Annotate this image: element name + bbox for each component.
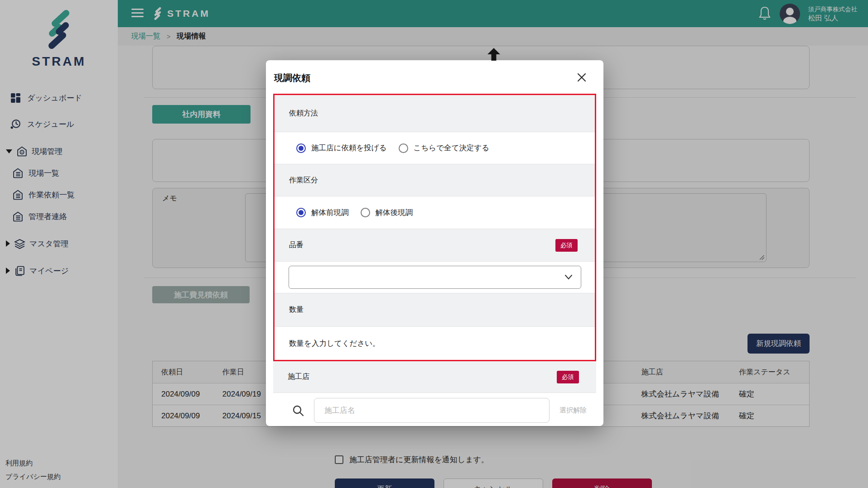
chevron-down-icon bbox=[564, 274, 573, 280]
required-badge: 必須 bbox=[557, 371, 579, 383]
section-work-category-options: 解体前現調 解体後現調 bbox=[275, 196, 595, 229]
up-arrow-cursor-icon bbox=[487, 48, 501, 61]
modal-title: 現調依頼 bbox=[274, 72, 310, 84]
search-icon bbox=[292, 405, 304, 416]
radio-label: 施工店に依頼を投げる bbox=[311, 143, 387, 153]
survey-request-modal: 現調依頼 依頼方法 施工店に依頼を投げる こちらで全て決定する bbox=[266, 60, 603, 426]
radio-unselected-icon bbox=[361, 208, 370, 217]
section-contractor-header: 施工店 必須 bbox=[273, 361, 596, 393]
section-work-category-header: 作業区分 bbox=[275, 164, 595, 196]
modal-header: 現調依頼 bbox=[266, 60, 603, 94]
radio-label: こちらで全て決定する bbox=[414, 143, 490, 153]
section-request-method-header: 依頼方法 bbox=[275, 95, 595, 132]
radio-pre-demolition-survey[interactable]: 解体前現調 bbox=[296, 208, 349, 218]
section-label: 作業区分 bbox=[289, 176, 318, 185]
radio-selected-icon bbox=[296, 208, 306, 217]
section-label: 品番 bbox=[289, 240, 304, 250]
radio-post-demolition-survey[interactable]: 解体後現調 bbox=[361, 208, 413, 218]
section-quantity-body: 数量を入力してください。 bbox=[275, 327, 595, 360]
section-contractor-search: 選択解除 bbox=[273, 393, 596, 426]
product-number-select[interactable] bbox=[289, 266, 581, 289]
radio-selected-icon bbox=[296, 144, 306, 153]
radio-decide-here[interactable]: こちらで全て決定する bbox=[399, 143, 490, 153]
required-badge: 必須 bbox=[555, 239, 578, 252]
radio-label: 解体前現調 bbox=[311, 208, 349, 218]
quantity-message: 数量を入力してください。 bbox=[289, 339, 380, 349]
highlighted-form-area: 依頼方法 施工店に依頼を投げる こちらで全て決定する 作業区分 解体 bbox=[273, 94, 596, 361]
section-product-number-header: 品番 必須 bbox=[275, 229, 595, 262]
section-label: 施工店 bbox=[288, 372, 309, 382]
app-screen: STRAM ダッシュボード スケジュール bbox=[0, 0, 868, 488]
clear-selection-link[interactable]: 選択解除 bbox=[559, 406, 587, 415]
close-icon[interactable] bbox=[576, 72, 587, 83]
section-product-number-body bbox=[275, 262, 595, 293]
section-request-method-options: 施工店に依頼を投げる こちらで全て決定する bbox=[275, 132, 595, 164]
section-label: 依頼方法 bbox=[289, 109, 318, 118]
radio-request-to-contractor[interactable]: 施工店に依頼を投げる bbox=[296, 143, 387, 153]
radio-unselected-icon bbox=[399, 144, 408, 153]
radio-label: 解体後現調 bbox=[376, 208, 413, 218]
contractor-form-area: 施工店 必須 選択解除 bbox=[273, 361, 596, 426]
section-quantity-header: 数量 bbox=[275, 293, 595, 327]
contractor-search-input[interactable] bbox=[314, 398, 550, 423]
section-label: 数量 bbox=[289, 305, 304, 315]
